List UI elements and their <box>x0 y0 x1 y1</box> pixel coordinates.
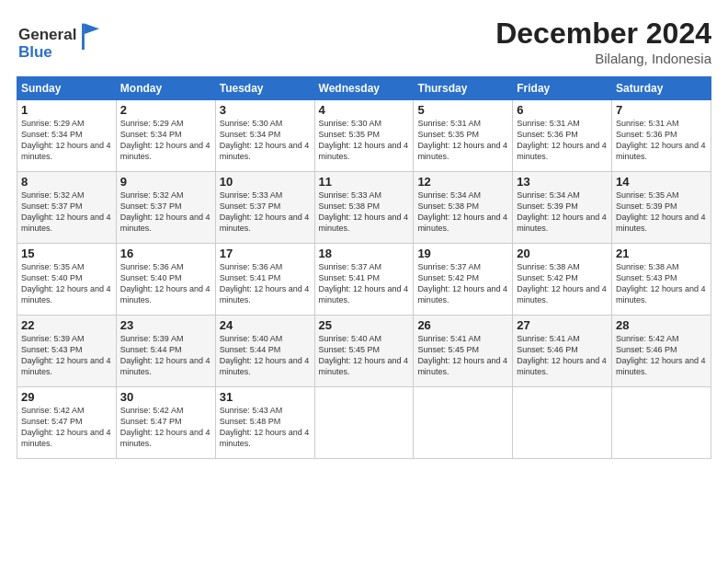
day-number: 26 <box>417 318 508 332</box>
calendar-cell: 6 Sunrise: 5:31 AMSunset: 5:36 PMDayligh… <box>513 100 612 172</box>
day-number: 5 <box>417 103 508 117</box>
day-info: Sunrise: 5:43 AMSunset: 5:48 PMDaylight:… <box>220 405 311 450</box>
calendar-cell: 17 Sunrise: 5:36 AMSunset: 5:41 PMDaylig… <box>215 244 314 316</box>
calendar-cell: 13 Sunrise: 5:34 AMSunset: 5:39 PMDaylig… <box>513 172 612 244</box>
day-number: 10 <box>220 175 311 189</box>
day-number: 31 <box>220 390 311 404</box>
day-info: Sunrise: 5:40 AMSunset: 5:45 PMDaylight:… <box>319 333 410 378</box>
logo: General Blue <box>17 17 99 67</box>
day-info: Sunrise: 5:30 AMSunset: 5:35 PMDaylight:… <box>319 118 410 163</box>
day-info: Sunrise: 5:35 AMSunset: 5:39 PMDaylight:… <box>616 190 707 235</box>
day-number: 4 <box>319 103 410 117</box>
svg-text:General: General <box>18 26 77 43</box>
day-info: Sunrise: 5:33 AMSunset: 5:38 PMDaylight:… <box>319 190 410 235</box>
day-number: 24 <box>220 318 311 332</box>
week-row: 22 Sunrise: 5:39 AMSunset: 5:43 PMDaylig… <box>17 316 711 387</box>
day-number: 11 <box>319 175 410 189</box>
header-row: Sunday Monday Tuesday Wednesday Thursday… <box>17 77 711 100</box>
day-info: Sunrise: 5:41 AMSunset: 5:46 PMDaylight:… <box>517 333 608 378</box>
day-info: Sunrise: 5:42 AMSunset: 5:47 PMDaylight:… <box>120 405 211 450</box>
day-number: 14 <box>616 175 707 189</box>
day-info: Sunrise: 5:38 AMSunset: 5:43 PMDaylight:… <box>616 261 707 306</box>
header: General Blue December 2024 Bilalang, Ind… <box>17 17 711 67</box>
day-number: 1 <box>21 103 112 117</box>
col-tuesday: Tuesday <box>215 77 314 100</box>
day-info: Sunrise: 5:36 AMSunset: 5:40 PMDaylight:… <box>120 261 211 306</box>
col-sunday: Sunday <box>17 77 117 100</box>
day-info: Sunrise: 5:31 AMSunset: 5:36 PMDaylight:… <box>517 118 608 163</box>
col-monday: Monday <box>116 77 215 100</box>
calendar-cell: 4 Sunrise: 5:30 AMSunset: 5:35 PMDayligh… <box>314 100 414 172</box>
month-title: December 2024 <box>495 17 711 51</box>
day-info: Sunrise: 5:42 AMSunset: 5:46 PMDaylight:… <box>616 333 707 378</box>
calendar-cell: 22 Sunrise: 5:39 AMSunset: 5:43 PMDaylig… <box>17 316 117 387</box>
day-info: Sunrise: 5:34 AMSunset: 5:39 PMDaylight:… <box>517 190 608 235</box>
day-info: Sunrise: 5:36 AMSunset: 5:41 PMDaylight:… <box>220 261 311 306</box>
week-row: 1 Sunrise: 5:29 AMSunset: 5:34 PMDayligh… <box>17 100 711 172</box>
calendar-cell: 23 Sunrise: 5:39 AMSunset: 5:44 PMDaylig… <box>116 316 215 387</box>
calendar-cell: 19 Sunrise: 5:37 AMSunset: 5:42 PMDaylig… <box>414 244 513 316</box>
calendar-cell: 30 Sunrise: 5:42 AMSunset: 5:47 PMDaylig… <box>116 387 215 459</box>
col-friday: Friday <box>513 77 612 100</box>
day-number: 20 <box>517 247 608 260</box>
calendar-cell: 11 Sunrise: 5:33 AMSunset: 5:38 PMDaylig… <box>314 172 414 244</box>
calendar-cell: 1 Sunrise: 5:29 AMSunset: 5:34 PMDayligh… <box>17 100 117 172</box>
day-number: 21 <box>616 247 707 260</box>
day-info: Sunrise: 5:40 AMSunset: 5:44 PMDaylight:… <box>220 333 311 378</box>
location: Bilalang, Indonesia <box>495 51 711 66</box>
day-number: 27 <box>517 318 608 332</box>
day-number: 16 <box>120 247 211 260</box>
day-info: Sunrise: 5:38 AMSunset: 5:42 PMDaylight:… <box>517 261 608 306</box>
day-number: 17 <box>220 247 311 260</box>
day-number: 9 <box>120 175 211 189</box>
day-info: Sunrise: 5:39 AMSunset: 5:43 PMDaylight:… <box>21 333 112 378</box>
calendar-cell: 10 Sunrise: 5:33 AMSunset: 5:37 PMDaylig… <box>215 172 314 244</box>
calendar-cell: 21 Sunrise: 5:38 AMSunset: 5:43 PMDaylig… <box>612 244 711 316</box>
day-info: Sunrise: 5:35 AMSunset: 5:40 PMDaylight:… <box>21 261 112 306</box>
day-info: Sunrise: 5:37 AMSunset: 5:41 PMDaylight:… <box>319 261 410 306</box>
week-row: 15 Sunrise: 5:35 AMSunset: 5:40 PMDaylig… <box>17 244 711 316</box>
day-info: Sunrise: 5:31 AMSunset: 5:35 PMDaylight:… <box>417 118 508 163</box>
day-info: Sunrise: 5:30 AMSunset: 5:34 PMDaylight:… <box>220 118 311 163</box>
calendar-cell: 28 Sunrise: 5:42 AMSunset: 5:46 PMDaylig… <box>612 316 711 387</box>
col-wednesday: Wednesday <box>314 77 414 100</box>
title-block: December 2024 Bilalang, Indonesia <box>495 17 711 66</box>
svg-rect-2 <box>82 24 85 50</box>
day-info: Sunrise: 5:29 AMSunset: 5:34 PMDaylight:… <box>120 118 211 163</box>
calendar-cell: 3 Sunrise: 5:30 AMSunset: 5:34 PMDayligh… <box>215 100 314 172</box>
calendar-cell: 2 Sunrise: 5:29 AMSunset: 5:34 PMDayligh… <box>116 100 215 172</box>
svg-text:Blue: Blue <box>18 43 52 61</box>
calendar-cell: 9 Sunrise: 5:32 AMSunset: 5:37 PMDayligh… <box>116 172 215 244</box>
day-number: 8 <box>21 175 112 189</box>
day-info: Sunrise: 5:33 AMSunset: 5:37 PMDaylight:… <box>220 190 311 235</box>
calendar-cell: 7 Sunrise: 5:31 AMSunset: 5:36 PMDayligh… <box>612 100 711 172</box>
calendar-cell: 29 Sunrise: 5:42 AMSunset: 5:47 PMDaylig… <box>17 387 117 459</box>
day-number: 13 <box>517 175 608 189</box>
logo-svg: General Blue <box>17 17 99 67</box>
day-number: 6 <box>517 103 608 117</box>
col-thursday: Thursday <box>414 77 513 100</box>
day-info: Sunrise: 5:31 AMSunset: 5:36 PMDaylight:… <box>616 118 707 163</box>
calendar-cell: 16 Sunrise: 5:36 AMSunset: 5:40 PMDaylig… <box>116 244 215 316</box>
day-info: Sunrise: 5:34 AMSunset: 5:38 PMDaylight:… <box>417 190 508 235</box>
calendar-cell <box>612 387 711 459</box>
day-number: 22 <box>21 318 112 332</box>
calendar-cell: 8 Sunrise: 5:32 AMSunset: 5:37 PMDayligh… <box>17 172 117 244</box>
calendar-cell <box>414 387 513 459</box>
calendar-cell: 18 Sunrise: 5:37 AMSunset: 5:41 PMDaylig… <box>314 244 414 316</box>
calendar-cell <box>314 387 414 459</box>
day-number: 2 <box>120 103 211 117</box>
calendar-cell: 14 Sunrise: 5:35 AMSunset: 5:39 PMDaylig… <box>612 172 711 244</box>
calendar-cell: 25 Sunrise: 5:40 AMSunset: 5:45 PMDaylig… <box>314 316 414 387</box>
calendar-cell: 12 Sunrise: 5:34 AMSunset: 5:38 PMDaylig… <box>414 172 513 244</box>
day-number: 28 <box>616 318 707 332</box>
svg-marker-1 <box>85 24 99 34</box>
day-number: 3 <box>220 103 311 117</box>
day-info: Sunrise: 5:39 AMSunset: 5:44 PMDaylight:… <box>120 333 211 378</box>
day-number: 29 <box>21 390 112 404</box>
calendar-cell: 15 Sunrise: 5:35 AMSunset: 5:40 PMDaylig… <box>17 244 117 316</box>
week-row: 29 Sunrise: 5:42 AMSunset: 5:47 PMDaylig… <box>17 387 711 459</box>
calendar-cell <box>513 387 612 459</box>
calendar-cell: 5 Sunrise: 5:31 AMSunset: 5:35 PMDayligh… <box>414 100 513 172</box>
day-info: Sunrise: 5:29 AMSunset: 5:34 PMDaylight:… <box>21 118 112 163</box>
